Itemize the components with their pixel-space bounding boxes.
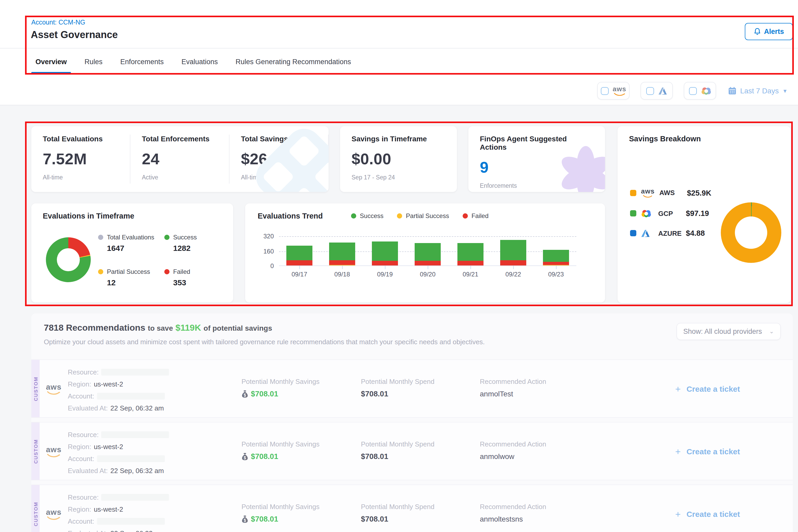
potential-monthly-savings: Potential Monthly Savings $$708.01 [242,485,361,532]
recommendation-row[interactable]: CUSTOM aws Resource: Region:us-west-2 Ac… [31,359,793,418]
legend-success: Success 1282 [164,234,197,252]
filter-provider-gcp[interactable] [684,82,716,100]
evaluations-timeframe-donut [46,237,91,282]
tab-evaluations[interactable]: Evaluations [180,49,219,74]
evaluations-trend-card: Evaluations Trend Success Partial Succes… [245,204,605,303]
asset-governance-dashboard: Account: CCM-NG Asset Governance Overvie… [0,0,798,532]
savings-in-timeframe-card: Savings in Timeframe $0.00 Sep 17 - Sep … [340,126,457,192]
money-bag-icon: $ [242,453,248,460]
aws-icon: aws [613,86,626,96]
potential-monthly-spend: Potential Monthly Spend $708.01 [361,422,480,480]
trend-legend-success: Success [351,212,384,220]
filter-provider-azure[interactable] [641,82,673,100]
evaluations-timeframe-card: Evaluations in Timeframe Total Evaluatio… [31,204,233,303]
trend-legend-failed: Failed [463,212,489,220]
resource-fields: Resource: Region:us-west-2 Account: Eval… [68,360,242,417]
recommendations-panel: 7818 Recommendations to save $119K of po… [31,314,793,532]
potential-monthly-savings: Potential Monthly Savings $$708.01 [242,422,361,480]
page-title: Asset Governance [31,29,118,41]
kpi-card: Total Evaluations 7.52M All-time Total E… [31,126,328,192]
savings-breakdown-card: Savings Breakdown aws AWS $25.9K GCP $97… [618,126,791,303]
create-ticket-button[interactable]: ＋Create a ticket [673,508,740,520]
chevron-down-icon: ▼ [782,88,787,94]
date-range-selector[interactable]: Last 7 Days ▼ [728,87,787,95]
calendar-icon [728,87,737,95]
page-header: Account: CCM-NG Asset Governance Overvie… [0,0,798,75]
potential-monthly-spend: Potential Monthly Spend $708.01 [361,360,480,417]
content-area: Total Evaluations 7.52M All-time Total E… [0,106,798,532]
recommended-action: Recommended Action anmolTest [480,360,636,417]
redacted-value [101,369,169,376]
legend-azure: AZURE $4.88 [630,229,711,237]
account-breadcrumb[interactable]: Account: CCM-NG [31,19,85,26]
legend-failed: Failed 353 [164,268,197,287]
savings-in-timeframe-value: $0.00 [352,150,445,168]
legend-total-evaluations: Total Evaluations 1647 [98,234,164,252]
redacted-value [97,393,165,400]
create-ticket-button[interactable]: ＋Create a ticket [673,445,740,457]
trend-bar-09/21 [457,243,483,265]
trend-bar-09/20 [415,243,441,265]
custom-tag: CUSTOM [31,422,40,480]
aws-icon: aws [46,508,61,520]
alerts-button[interactable]: Alerts [745,23,793,40]
trend-legend-partial: Partial Success [397,212,449,220]
bell-icon [754,27,761,36]
aws-icon: aws [46,445,61,457]
finops-actions-card: FinOps Agent Suggested Actions 9 Enforce… [468,126,605,192]
trend-bar-09/18 [329,243,355,265]
svg-text:$: $ [244,393,246,397]
gcp-icon [701,87,711,95]
money-bag-icon: $ [242,390,248,398]
plus-icon: ＋ [673,445,682,457]
redacted-value [101,431,169,438]
legend-gcp: GCP $97.19 [630,209,711,217]
custom-tag: CUSTOM [31,485,40,532]
tab-enforcements[interactable]: Enforcements [119,49,165,74]
tab-overview[interactable]: Overview [34,49,68,74]
recommendation-row[interactable]: CUSTOM aws Resource: Region:us-west-2 Ac… [31,484,793,532]
total-enforcements-value: 24 [142,150,217,168]
kpi-total-enforcements: Total Enforcements 24 Active [130,135,229,184]
plus-icon: ＋ [673,508,682,520]
legend-partial-success: Partial Success 12 [98,268,164,287]
tab-rules[interactable]: Rules [83,49,103,74]
potential-monthly-savings: Potential Monthly Savings $$708.01 [242,360,361,417]
trend-bar-09/17 [286,245,312,265]
total-evaluations-value: 7.52M [43,150,118,168]
tab-rules-generating-recommendations[interactable]: Rules Generating Recommendations [234,49,352,74]
filter-band: aws Last 7 Days ▼ [0,75,798,106]
evaluations-timeframe-legend: Total Evaluations 1647 Success 1282 Part… [98,234,197,287]
aws-icon: aws [641,188,654,198]
legend-aws: aws AWS $25.9K [630,188,711,198]
trend-bar-09/19 [372,242,398,265]
evaluations-trend-chart: 320160009/1709/1809/1909/2009/2109/2209/… [279,236,576,266]
svg-text:$: $ [244,518,246,522]
savings-breakdown-legend: aws AWS $25.9K GCP $97.19 AZURE [630,188,711,237]
trend-bar-09/23 [543,250,569,265]
resource-fields: Resource: Region:us-west-2 Account: Eval… [68,485,242,532]
resource-fields: Resource: Region:us-west-2 Account: Eval… [68,422,242,480]
tab-bar: Overview Rules Enforcements Evaluations … [34,49,352,75]
gcp-checkbox[interactable] [689,87,697,95]
recommendation-row[interactable]: CUSTOM aws Resource: Region:us-west-2 Ac… [31,422,793,480]
azure-checkbox[interactable] [646,87,654,95]
redacted-value [101,494,169,501]
redacted-value [97,518,165,525]
aws-icon: aws [46,383,61,395]
gcp-icon [641,209,653,217]
create-ticket-button[interactable]: ＋Create a ticket [673,383,740,395]
filter-provider-aws[interactable]: aws [597,82,629,100]
recommended-action: Recommended Action anmoltestsns [480,485,636,532]
potential-monthly-spend: Potential Monthly Spend $708.01 [361,485,480,532]
plus-icon: ＋ [673,383,682,395]
azure-icon [641,229,653,237]
kpi-total-evaluations: Total Evaluations 7.52M All-time [31,135,130,184]
flower-watermark [554,147,605,192]
svg-text:$: $ [244,455,246,460]
azure-icon [658,87,667,95]
custom-tag: CUSTOM [31,360,40,417]
aws-checkbox[interactable] [601,87,608,95]
recommended-action: Recommended Action anmolwow [480,422,636,480]
cloud-provider-filter-dropdown[interactable]: Show: All cloud providers ⌄ [677,323,781,340]
